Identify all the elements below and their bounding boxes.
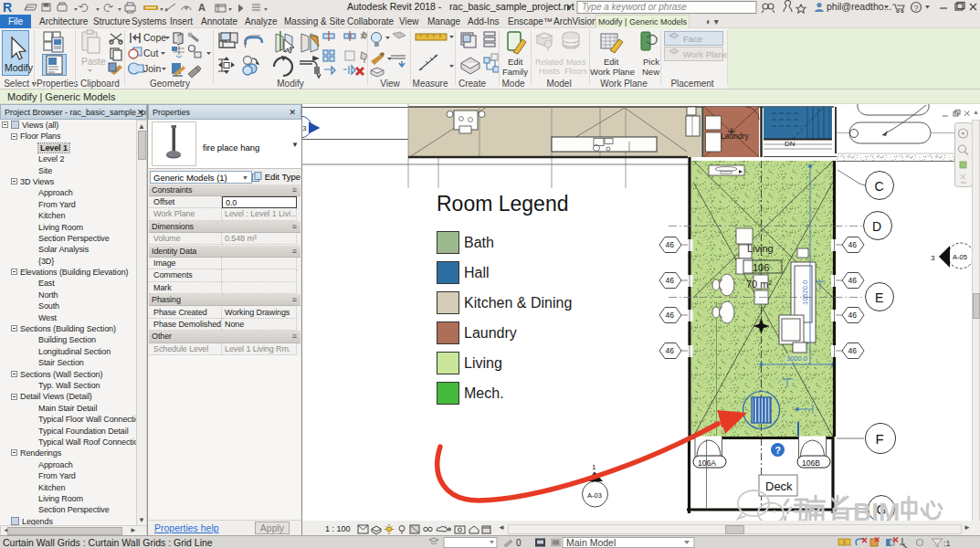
svg-text:EditWork Plane: EditWork Plane bbox=[590, 57, 635, 77]
svg-text:Bath: Bath bbox=[464, 235, 494, 250]
svg-text:Face: Face bbox=[683, 34, 702, 44]
svg-text:Paste: Paste bbox=[81, 56, 106, 67]
svg-text:Living: Living bbox=[747, 243, 774, 254]
svg-text:46: 46 bbox=[666, 346, 675, 355]
svg-text:?: ? bbox=[775, 445, 781, 456]
svg-text:MassFloors: MassFloors bbox=[564, 58, 588, 76]
svg-text:0: 0 bbox=[516, 538, 522, 548]
svg-text:Work Plane: Work Plane bbox=[683, 49, 728, 59]
svg-text:A-03: A-03 bbox=[587, 491, 602, 500]
svg-text:D: D bbox=[872, 219, 881, 234]
svg-text:RelatedHosts: RelatedHosts bbox=[535, 58, 564, 76]
svg-text:46: 46 bbox=[848, 240, 858, 249]
svg-text:3: 3 bbox=[302, 124, 307, 132]
svg-text:Main Model: Main Model bbox=[566, 537, 616, 548]
svg-text:46: 46 bbox=[666, 240, 675, 249]
svg-text:46: 46 bbox=[848, 311, 858, 320]
svg-text:Type a keyword or phrase: Type a keyword or phrase bbox=[582, 2, 687, 12]
svg-text:A-05: A-05 bbox=[953, 253, 967, 261]
svg-text:46: 46 bbox=[848, 276, 858, 285]
svg-text::1: :1 bbox=[943, 539, 951, 548]
svg-text:Join: Join bbox=[143, 63, 161, 74]
svg-text:PickNew: PickNew bbox=[642, 57, 659, 77]
svg-text:106A: 106A bbox=[698, 458, 716, 468]
svg-text:EditFamily: EditFamily bbox=[502, 57, 528, 77]
svg-text:106B: 106B bbox=[802, 458, 820, 468]
svg-text:Laundry: Laundry bbox=[464, 325, 517, 341]
svg-text:DN: DN bbox=[785, 140, 796, 148]
svg-text:70 m²: 70 m² bbox=[746, 279, 772, 290]
svg-text:3: 3 bbox=[931, 254, 935, 262]
svg-text:BIM: BIM bbox=[853, 498, 900, 521]
svg-text:Modify: Modify bbox=[5, 62, 34, 73]
svg-text:?: ? bbox=[914, 4, 919, 13]
svg-text:Kitchen & Dining: Kitchen & Dining bbox=[464, 295, 572, 311]
svg-text:Mech.: Mech. bbox=[464, 385, 504, 401]
svg-text:E: E bbox=[875, 290, 883, 305]
svg-text:3000.0: 3000.0 bbox=[786, 354, 807, 363]
svg-text:Hall: Hall bbox=[464, 265, 490, 280]
svg-text:F: F bbox=[876, 431, 884, 447]
svg-text:Laundry: Laundry bbox=[721, 132, 749, 141]
svg-text:46: 46 bbox=[666, 311, 675, 320]
svg-text:R: R bbox=[3, 0, 12, 15]
svg-text:phil@readtho...: phil@readtho... bbox=[827, 1, 891, 12]
svg-text:Cope: Cope bbox=[143, 32, 166, 43]
svg-text:Cut: Cut bbox=[143, 47, 158, 58]
svg-text:1: 1 bbox=[592, 463, 596, 471]
svg-text:A: A bbox=[198, 2, 205, 13]
svg-text:46: 46 bbox=[666, 276, 675, 285]
svg-text:10520.0: 10520.0 bbox=[801, 280, 809, 305]
svg-text:106: 106 bbox=[753, 262, 769, 273]
svg-text:Room Legend: Room Legend bbox=[437, 192, 569, 216]
svg-text:Living: Living bbox=[464, 355, 502, 371]
svg-text:46: 46 bbox=[848, 346, 858, 355]
svg-text:C: C bbox=[875, 179, 884, 194]
svg-text:Deck: Deck bbox=[765, 480, 793, 493]
